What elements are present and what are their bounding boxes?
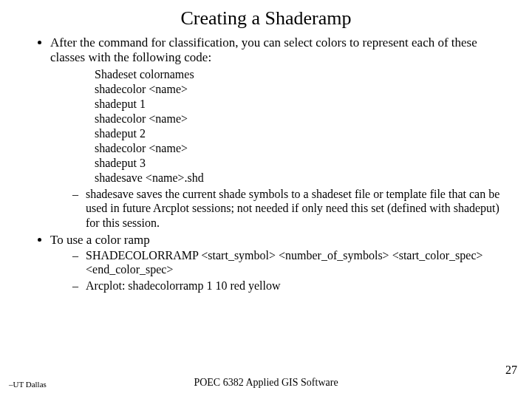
code-line: shadeput 2 bbox=[95, 126, 502, 141]
footer-center: POEC 6382 Applied GIS Software bbox=[0, 377, 532, 389]
code-line: shadecolor <name> bbox=[95, 112, 502, 126]
code-line: shadesave <name>.shd bbox=[95, 171, 502, 185]
bullet-1: After the command for classification, yo… bbox=[50, 35, 502, 230]
code-line: shadecolor <name> bbox=[95, 141, 502, 156]
code-line: shadeput 3 bbox=[95, 156, 502, 171]
bullet-list: After the command for classification, yo… bbox=[30, 35, 502, 293]
sub-bullet: Arcplot: shadecolorramp 1 10 red yellow bbox=[72, 279, 502, 293]
code-line: shadecolor <name> bbox=[95, 82, 502, 97]
sub-bullet: shadesave saves the current shade symbol… bbox=[72, 187, 502, 231]
bullet-2-text: To use a color ramp bbox=[50, 233, 150, 247]
sub-bullet: SHADECOLORRAMP <start_symbol> <number_of… bbox=[72, 248, 502, 277]
bullet-1-text: After the command for classification, yo… bbox=[50, 35, 477, 64]
code-line: Shadeset colornames bbox=[95, 67, 502, 82]
sub-list-1: shadesave saves the current shade symbol… bbox=[50, 187, 502, 231]
page-number: 27 bbox=[505, 364, 517, 377]
bullet-2: To use a color ramp SHADECOLORRAMP <star… bbox=[50, 233, 502, 293]
sub-list-2: SHADECOLORRAMP <start_symbol> <number_of… bbox=[50, 248, 502, 293]
code-line: shadeput 1 bbox=[95, 97, 502, 112]
code-block: Shadeset colornames shadecolor <name> sh… bbox=[95, 67, 502, 185]
slide-title: Creating a Shaderamp bbox=[30, 7, 502, 30]
